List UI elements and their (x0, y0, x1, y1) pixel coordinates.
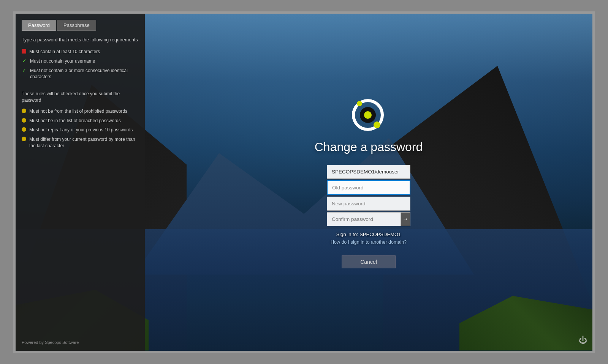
domain-link[interactable]: How do I sign in to another domain? (331, 240, 407, 245)
submit-rules-note: These rules will be checked once you sub… (22, 91, 139, 104)
yellow-icon (22, 118, 26, 123)
old-password-field[interactable] (327, 180, 410, 195)
rule-item: ✓ Must not contain 3 or more consecutive… (22, 68, 139, 80)
yellow-icon (22, 137, 26, 141)
confirm-submit-button[interactable]: → (401, 212, 410, 226)
sidebar-footer: Powered by Specops Software (22, 340, 139, 345)
specops-logo (350, 96, 388, 134)
rule-item: Must contain at least 10 characters (22, 49, 139, 55)
svg-point-2 (364, 111, 372, 119)
rule-text: Must differ from your current password b… (29, 136, 139, 149)
sidebar-intro: Type a password that meets the following… (22, 37, 139, 44)
sign-in-label: Sign in to: SPECOPSDEMO1 (336, 232, 401, 237)
tab-passphrase[interactable]: Passphrase (57, 20, 96, 31)
yellow-icon (22, 127, 26, 132)
login-form: → (327, 165, 410, 226)
tab-row: Password Passphrase (22, 20, 139, 31)
submit-rules-section: Must not be from the list of prohibited … (22, 108, 139, 152)
screen: Password Passphrase Type a password that… (13, 11, 595, 353)
confirm-password-row: → (327, 212, 410, 226)
yellow-icon (22, 109, 26, 113)
rule-item: ✓ Must not contain your username (22, 58, 139, 65)
rule-text: Must not contain your username (30, 58, 95, 65)
rule-text: Must not be from the list of prohibited … (29, 108, 127, 115)
username-field[interactable] (327, 165, 410, 179)
rule-item: Must differ from your current password b… (22, 136, 139, 149)
rule-item: Must not be from the list of prohibited … (22, 108, 139, 115)
svg-point-3 (357, 101, 362, 106)
center-panel: Change a password → Sign in to: SPECOPSD… (145, 14, 592, 351)
green-icon: ✓ (22, 68, 27, 73)
svg-point-4 (374, 121, 380, 128)
green-icon: ✓ (22, 58, 27, 64)
confirm-password-field[interactable] (327, 212, 401, 226)
red-icon (22, 49, 26, 54)
tab-password[interactable]: Password (22, 20, 56, 31)
rule-text: Must not repeat any of your previous 10 … (29, 127, 133, 133)
sidebar-panel: Password Passphrase Type a password that… (16, 14, 145, 351)
rule-text: Must not be in the list of breached pass… (29, 118, 121, 124)
rule-item: Must not repeat any of your previous 10 … (22, 127, 139, 133)
immediate-rules-section: Must contain at least 10 characters ✓ Mu… (22, 49, 139, 83)
page-title: Change a password (315, 140, 423, 154)
accessibility-icon[interactable]: ⏻ (579, 336, 587, 345)
new-password-field[interactable] (327, 197, 410, 211)
cancel-button[interactable]: Cancel (342, 255, 396, 268)
rule-text: Must contain at least 10 characters (29, 49, 100, 55)
rule-item: Must not be in the list of breached pass… (22, 118, 139, 124)
rule-text: Must not contain 3 or more consecutive i… (30, 68, 139, 80)
